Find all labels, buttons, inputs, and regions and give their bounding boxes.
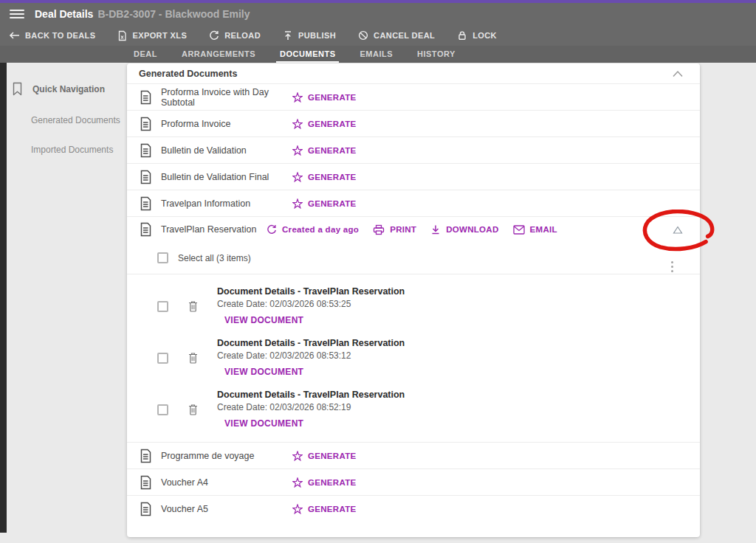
generate-button[interactable]: GENERATE bbox=[292, 119, 356, 129]
generate-star-icon bbox=[292, 504, 303, 514]
document-name: TravelPlan Reservation bbox=[161, 224, 267, 235]
select-all-checkbox[interactable] bbox=[157, 252, 168, 263]
sidebar-item-generated-documents[interactable]: Generated Documents bbox=[7, 115, 127, 125]
back-arrow-icon bbox=[9, 30, 20, 41]
generated-document-list: Document Details - TravelPlan Reservatio… bbox=[127, 274, 700, 442]
document-actions: Created a day ago PRINT DOWNLOAD EMAIL bbox=[267, 224, 557, 235]
generate-star-icon bbox=[292, 145, 303, 156]
document-name: Bulletin de Validation bbox=[161, 145, 292, 156]
lock-button[interactable]: LOCK bbox=[457, 30, 497, 41]
generate-button[interactable]: GENERATE bbox=[292, 92, 356, 103]
export-xls-button[interactable]: EXPORT XLS bbox=[117, 30, 187, 41]
generate-star-icon bbox=[292, 477, 303, 488]
collapse-row-icon[interactable] bbox=[672, 224, 684, 235]
document-checkbox[interactable] bbox=[157, 353, 168, 364]
delete-document-button[interactable] bbox=[187, 351, 199, 364]
sidebar-item-imported-documents[interactable]: Imported Documents bbox=[7, 145, 127, 155]
document-row: Bulletin de Validation GENERATE bbox=[127, 136, 700, 163]
tab-deal[interactable]: DEAL bbox=[130, 46, 161, 63]
generate-button[interactable]: GENERATE bbox=[292, 198, 356, 209]
tab-emails[interactable]: EMAILS bbox=[356, 46, 396, 63]
collapse-section-icon[interactable] bbox=[672, 70, 684, 77]
trash-icon bbox=[187, 300, 199, 313]
document-info: Document Details - TravelPlan Reservatio… bbox=[217, 286, 405, 326]
download-button[interactable]: DOWNLOAD bbox=[430, 224, 498, 235]
tab-bar: DEAL ARRANGEMENTS DOCUMENTS EMAILS HISTO… bbox=[0, 46, 756, 63]
menu-icon[interactable] bbox=[10, 10, 24, 18]
document-title: Document Details - TravelPlan Reservatio… bbox=[217, 286, 405, 297]
document-checkbox[interactable] bbox=[157, 301, 168, 312]
generated-document-entry: Document Details - TravelPlan Reservatio… bbox=[127, 280, 700, 332]
document-icon bbox=[139, 475, 154, 490]
deal-reference: B-DB2-3007 - Blackwood Emily bbox=[97, 8, 250, 20]
title-bar: Deal Details B-DB2-3007 - Blackwood Emil… bbox=[0, 3, 756, 25]
document-name: Voucher A4 bbox=[161, 477, 292, 488]
document-row-expanded: TravelPlan Reservation Created a day ago… bbox=[127, 216, 700, 242]
document-name: Voucher A5 bbox=[161, 504, 292, 514]
document-title: Document Details - TravelPlan Reservatio… bbox=[217, 338, 405, 348]
tab-arrangements[interactable]: ARRANGEMENTS bbox=[178, 46, 259, 63]
trash-icon bbox=[187, 403, 199, 416]
section-header: Generated Documents bbox=[127, 63, 700, 83]
generate-star-icon bbox=[292, 451, 303, 461]
block-icon bbox=[358, 30, 368, 41]
document-info: Document Details - TravelPlan Reservatio… bbox=[217, 390, 405, 429]
refresh-icon bbox=[267, 224, 277, 235]
document-icon bbox=[139, 90, 154, 105]
action-toolbar: BACK TO DEALS EXPORT XLS RELOAD PUBLISH … bbox=[0, 25, 756, 46]
document-row: Voucher A5 GENERATE bbox=[127, 495, 700, 522]
trash-icon bbox=[187, 351, 199, 364]
generate-button[interactable]: GENERATE bbox=[292, 451, 356, 461]
generate-button[interactable]: GENERATE bbox=[292, 477, 356, 488]
document-name: Travelpan Information bbox=[161, 198, 292, 209]
download-icon bbox=[430, 224, 441, 235]
view-document-link[interactable]: VIEW DOCUMENT bbox=[224, 418, 303, 429]
document-icon bbox=[139, 222, 154, 237]
envelope-icon bbox=[513, 225, 525, 235]
reload-icon bbox=[209, 30, 219, 41]
publish-button[interactable]: PUBLISH bbox=[283, 30, 336, 41]
generated-document-entry: Document Details - TravelPlan Reservatio… bbox=[127, 384, 700, 435]
document-icon bbox=[139, 196, 154, 211]
document-icon bbox=[139, 143, 154, 158]
more-options-icon[interactable] bbox=[671, 261, 673, 272]
tab-documents[interactable]: DOCUMENTS bbox=[276, 46, 339, 63]
printer-icon bbox=[373, 224, 385, 235]
lock-icon bbox=[457, 30, 467, 41]
generate-button[interactable]: GENERATE bbox=[292, 172, 356, 182]
generate-star-icon bbox=[292, 172, 303, 182]
delete-document-button[interactable] bbox=[187, 403, 199, 416]
email-button[interactable]: EMAIL bbox=[513, 225, 557, 235]
view-document-link[interactable]: VIEW DOCUMENT bbox=[224, 367, 303, 377]
generate-button[interactable]: GENERATE bbox=[292, 145, 356, 156]
document-name: Proforma Invoice bbox=[161, 119, 292, 129]
generate-button[interactable]: GENERATE bbox=[292, 504, 356, 514]
generated-document-entry: Document Details - TravelPlan Reservatio… bbox=[127, 332, 700, 384]
document-row: Bulletin de Validation Final GENERATE bbox=[127, 163, 700, 190]
view-document-link[interactable]: VIEW DOCUMENT bbox=[224, 315, 303, 325]
reload-button[interactable]: RELOAD bbox=[209, 30, 261, 41]
document-icon bbox=[139, 449, 154, 463]
document-row: Proforma Invoice with Day Subtotal GENER… bbox=[127, 83, 700, 110]
tab-history[interactable]: HISTORY bbox=[413, 46, 459, 63]
window-edge bbox=[0, 63, 7, 533]
select-all-label: Select all (3 items) bbox=[178, 253, 251, 263]
document-create-date: Create Date: 02/03/2026 08:53:12 bbox=[217, 350, 405, 361]
cancel-deal-button[interactable]: CANCEL DEAL bbox=[358, 30, 435, 41]
document-checkbox[interactable] bbox=[157, 404, 168, 415]
print-button[interactable]: PRINT bbox=[373, 224, 416, 235]
document-info: Document Details - TravelPlan Reservatio… bbox=[217, 338, 405, 378]
document-create-date: Create Date: 02/03/2026 08:53:25 bbox=[217, 299, 405, 309]
document-name: Bulletin de Validation Final bbox=[161, 172, 292, 182]
page-title: Deal Details bbox=[35, 8, 93, 20]
bookmark-icon bbox=[11, 82, 24, 96]
quick-navigation-header: Quick Navigation bbox=[7, 82, 127, 96]
created-status[interactable]: Created a day ago bbox=[267, 224, 359, 235]
document-name: Proforma Invoice with Day Subtotal bbox=[161, 87, 292, 108]
excel-file-icon bbox=[117, 30, 127, 41]
delete-document-button[interactable] bbox=[187, 300, 199, 313]
generate-star-icon bbox=[292, 119, 303, 129]
document-icon bbox=[139, 170, 154, 184]
document-row: Voucher A4 GENERATE bbox=[127, 468, 700, 495]
back-to-deals-button[interactable]: BACK TO DEALS bbox=[9, 30, 95, 41]
